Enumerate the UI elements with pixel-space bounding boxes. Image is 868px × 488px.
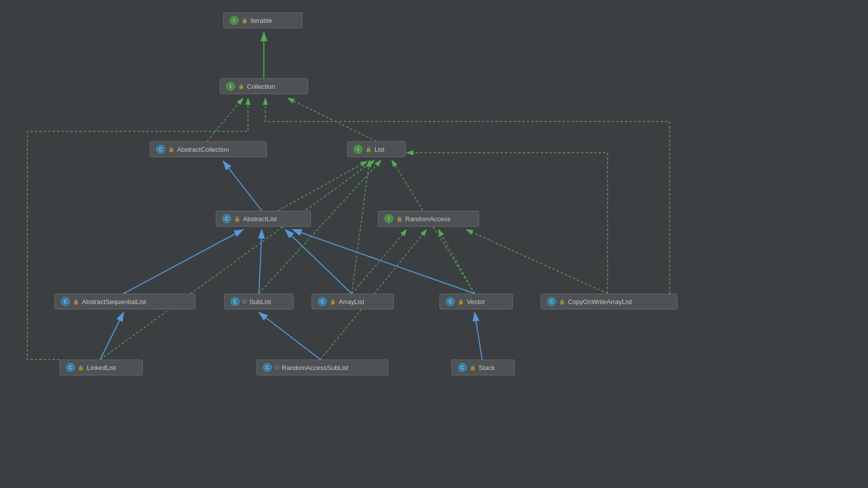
node-stack[interactable]: C 🔒 Stack bbox=[451, 360, 515, 375]
svg-line-13 bbox=[259, 230, 262, 294]
icon-random-access: 🔒 bbox=[396, 216, 402, 222]
badge-linkedlist: C bbox=[66, 363, 75, 372]
label-abstract-sequential-list: AbstractSequentialList bbox=[82, 298, 146, 305]
badge-abstract-sequential-list: C bbox=[61, 297, 70, 306]
icon-abstract-collection: 🔒 bbox=[168, 147, 174, 152]
icon-abstract-sequential-list: 🔒 bbox=[73, 299, 79, 305]
svg-line-12 bbox=[124, 230, 243, 294]
svg-line-4 bbox=[207, 98, 243, 141]
svg-line-15 bbox=[100, 312, 124, 360]
node-abstract-collection[interactable]: C 🔒 AbstractCollection bbox=[150, 141, 267, 157]
badge-abstract-collection: C bbox=[156, 145, 165, 154]
svg-line-7 bbox=[278, 161, 367, 211]
badge-iterable: I bbox=[230, 16, 239, 25]
label-list: List bbox=[374, 146, 384, 153]
svg-line-14 bbox=[285, 230, 352, 294]
label-random-access: RandomAccess bbox=[405, 215, 450, 223]
svg-line-22 bbox=[293, 230, 475, 294]
node-abstract-sequential-list[interactable]: C 🔒 AbstractSequentialList bbox=[55, 294, 195, 309]
svg-line-6 bbox=[223, 161, 262, 211]
badge-random-access-sublist: C bbox=[263, 363, 272, 372]
badge-list: I bbox=[354, 145, 363, 154]
badge-arraylist: C bbox=[318, 297, 327, 306]
label-collection: Collection bbox=[247, 83, 275, 90]
icon-copy-on-write-arraylist: 🔒 bbox=[559, 299, 565, 305]
icon-iterable: 🔒 bbox=[242, 18, 248, 23]
node-abstract-list[interactable]: C 🔒 AbstractList bbox=[216, 211, 311, 227]
svg-line-11 bbox=[259, 160, 381, 294]
svg-line-16 bbox=[259, 312, 320, 360]
icon-circle-sublist bbox=[243, 300, 247, 304]
icon-arraylist: 🔒 bbox=[330, 299, 336, 305]
node-sublist[interactable]: C SubList bbox=[224, 294, 294, 309]
badge-sublist: C bbox=[231, 297, 240, 306]
node-vector[interactable]: C 🔒 Vector bbox=[439, 294, 513, 309]
svg-line-8 bbox=[352, 160, 370, 294]
label-copy-on-write-arraylist: CopyOnWriteArrayList bbox=[568, 298, 632, 305]
connections-svg bbox=[0, 0, 868, 488]
label-sublist: SubList bbox=[249, 298, 271, 305]
node-copy-on-write-arraylist[interactable]: C 🔒 CopyOnWriteArrayList bbox=[541, 294, 678, 309]
node-random-access[interactable]: I 🔒 RandomAccess bbox=[378, 211, 479, 227]
badge-stack: C bbox=[458, 363, 467, 372]
label-arraylist: ArrayList bbox=[339, 298, 364, 305]
badge-random-access: I bbox=[384, 214, 393, 223]
badge-collection: I bbox=[226, 82, 235, 91]
label-iterable: Iterable bbox=[250, 17, 272, 24]
icon-linkedlist: 🔒 bbox=[78, 365, 84, 370]
svg-line-19 bbox=[438, 230, 475, 294]
label-abstract-collection: AbstractCollection bbox=[177, 146, 229, 153]
node-list[interactable]: I 🔒 List bbox=[347, 141, 406, 157]
icon-collection: 🔒 bbox=[238, 84, 244, 89]
node-linkedlist[interactable]: C 🔒 LinkedList bbox=[60, 360, 143, 375]
svg-line-20 bbox=[466, 230, 608, 294]
node-random-access-sublist[interactable]: C RandomAccessSubList bbox=[256, 360, 388, 375]
icon-stack: 🔒 bbox=[470, 365, 476, 370]
label-abstract-list: AbstractList bbox=[243, 215, 277, 223]
svg-line-9 bbox=[392, 160, 475, 294]
badge-copy-on-write-arraylist: C bbox=[547, 297, 556, 306]
badge-vector: C bbox=[446, 297, 455, 306]
icon-vector: 🔒 bbox=[458, 299, 464, 305]
node-iterable[interactable]: I 🔒 Iterable bbox=[223, 12, 303, 28]
icon-abstract-list: 🔒 bbox=[234, 216, 240, 222]
svg-line-17 bbox=[475, 312, 482, 360]
svg-line-10 bbox=[100, 160, 374, 360]
label-stack: Stack bbox=[479, 364, 495, 371]
diagram-container: I 🔒 Iterable I 🔒 Collection C 🔒 Abstract… bbox=[0, 0, 868, 488]
badge-abstract-list: C bbox=[222, 214, 231, 223]
svg-line-18 bbox=[352, 230, 407, 294]
icon-circle-random-access-sublist bbox=[275, 366, 279, 369]
icon-list: 🔒 bbox=[366, 147, 372, 152]
svg-line-5 bbox=[288, 98, 376, 141]
label-random-access-sublist: RandomAccessSubList bbox=[282, 364, 348, 371]
node-collection[interactable]: I 🔒 Collection bbox=[220, 78, 308, 94]
label-linkedlist: LinkedList bbox=[87, 364, 116, 371]
label-vector: Vector bbox=[467, 298, 485, 305]
node-arraylist[interactable]: C 🔒 ArrayList bbox=[311, 294, 394, 309]
